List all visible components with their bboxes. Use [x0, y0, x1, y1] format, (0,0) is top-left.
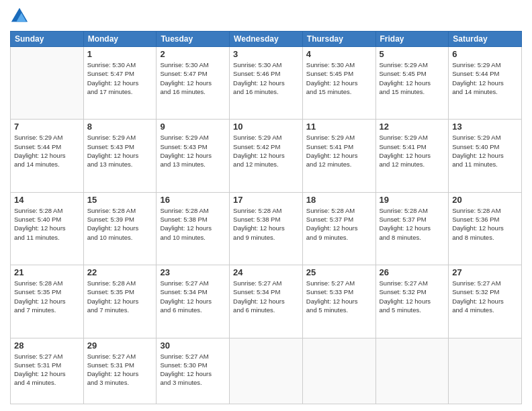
day-info: Sunrise: 5:29 AM Sunset: 5:44 PM Dayligh…: [452, 60, 518, 96]
calendar-week: 21Sunrise: 5:28 AM Sunset: 5:35 PM Dayli…: [11, 265, 522, 338]
day-number: 4: [306, 49, 372, 59]
day-info: Sunrise: 5:27 AM Sunset: 5:31 PM Dayligh…: [14, 352, 80, 387]
calendar-cell: 19Sunrise: 5:28 AM Sunset: 5:37 PM Dayli…: [375, 192, 449, 265]
header: [10, 7, 522, 26]
day-info: Sunrise: 5:28 AM Sunset: 5:37 PM Dayligh…: [380, 206, 445, 242]
calendar: SundayMondayTuesdayWednesdayThursdayFrid…: [10, 31, 522, 404]
calendar-cell: 5Sunrise: 5:29 AM Sunset: 5:45 PM Daylig…: [375, 47, 449, 120]
calendar-cell: 15Sunrise: 5:28 AM Sunset: 5:39 PM Dayli…: [83, 192, 157, 265]
calendar-cell: 17Sunrise: 5:28 AM Sunset: 5:38 PM Dayli…: [230, 192, 303, 265]
day-number: 25: [306, 267, 372, 277]
calendar-cell: 12Sunrise: 5:29 AM Sunset: 5:41 PM Dayli…: [375, 120, 449, 192]
calendar-cell: 7Sunrise: 5:29 AM Sunset: 5:44 PM Daylig…: [11, 120, 84, 192]
calendar-cell: 30Sunrise: 5:27 AM Sunset: 5:30 PM Dayli…: [157, 338, 230, 404]
calendar-cell: [11, 47, 84, 120]
day-info: Sunrise: 5:29 AM Sunset: 5:42 PM Dayligh…: [233, 133, 299, 169]
calendar-week: 1Sunrise: 5:30 AM Sunset: 5:47 PM Daylig…: [11, 47, 522, 120]
day-info: Sunrise: 5:29 AM Sunset: 5:43 PM Dayligh…: [160, 133, 226, 169]
day-number: 16: [160, 195, 226, 205]
day-info: Sunrise: 5:29 AM Sunset: 5:40 PM Dayligh…: [452, 133, 518, 169]
calendar-cell: 25Sunrise: 5:27 AM Sunset: 5:33 PM Dayli…: [302, 265, 375, 338]
calendar-cell: 9Sunrise: 5:29 AM Sunset: 5:43 PM Daylig…: [157, 120, 230, 192]
day-info: Sunrise: 5:30 AM Sunset: 5:45 PM Dayligh…: [306, 60, 372, 96]
day-info: Sunrise: 5:27 AM Sunset: 5:33 PM Dayligh…: [306, 279, 372, 314]
day-info: Sunrise: 5:28 AM Sunset: 5:38 PM Dayligh…: [160, 206, 226, 242]
calendar-cell: 8Sunrise: 5:29 AM Sunset: 5:43 PM Daylig…: [83, 120, 157, 192]
day-number: 20: [452, 195, 518, 205]
calendar-cell: 21Sunrise: 5:28 AM Sunset: 5:35 PM Dayli…: [11, 265, 84, 338]
day-info: Sunrise: 5:27 AM Sunset: 5:32 PM Dayligh…: [380, 279, 445, 314]
day-info: Sunrise: 5:27 AM Sunset: 5:31 PM Dayligh…: [87, 352, 153, 387]
calendar-cell: [302, 338, 375, 404]
day-number: 7: [14, 122, 80, 132]
day-number: 6: [452, 49, 518, 59]
day-number: 13: [452, 122, 518, 132]
calendar-cell: 6Sunrise: 5:29 AM Sunset: 5:44 PM Daylig…: [449, 47, 522, 120]
day-number: 14: [14, 195, 80, 205]
header-cell: Wednesday: [230, 32, 303, 47]
day-info: Sunrise: 5:28 AM Sunset: 5:36 PM Dayligh…: [452, 206, 518, 242]
header-cell: Friday: [375, 32, 449, 47]
day-number: 2: [160, 49, 226, 59]
calendar-cell: 14Sunrise: 5:28 AM Sunset: 5:40 PM Dayli…: [11, 192, 84, 265]
calendar-cell: 26Sunrise: 5:27 AM Sunset: 5:32 PM Dayli…: [375, 265, 449, 338]
calendar-cell: 4Sunrise: 5:30 AM Sunset: 5:45 PM Daylig…: [302, 47, 375, 120]
calendar-week: 28Sunrise: 5:27 AM Sunset: 5:31 PM Dayli…: [11, 338, 522, 404]
day-info: Sunrise: 5:29 AM Sunset: 5:41 PM Dayligh…: [380, 133, 445, 169]
day-number: 9: [160, 122, 226, 132]
calendar-cell: 27Sunrise: 5:27 AM Sunset: 5:32 PM Dayli…: [449, 265, 522, 338]
calendar-week: 14Sunrise: 5:28 AM Sunset: 5:40 PM Dayli…: [11, 192, 522, 265]
day-info: Sunrise: 5:27 AM Sunset: 5:30 PM Dayligh…: [160, 352, 226, 387]
header-cell: Tuesday: [157, 32, 230, 47]
calendar-cell: 11Sunrise: 5:29 AM Sunset: 5:41 PM Dayli…: [302, 120, 375, 192]
calendar-cell: 10Sunrise: 5:29 AM Sunset: 5:42 PM Dayli…: [230, 120, 303, 192]
day-info: Sunrise: 5:28 AM Sunset: 5:37 PM Dayligh…: [306, 206, 372, 242]
calendar-cell: 23Sunrise: 5:27 AM Sunset: 5:34 PM Dayli…: [157, 265, 230, 338]
calendar-cell: 28Sunrise: 5:27 AM Sunset: 5:31 PM Dayli…: [11, 338, 84, 404]
calendar-cell: 18Sunrise: 5:28 AM Sunset: 5:37 PM Dayli…: [302, 192, 375, 265]
day-info: Sunrise: 5:28 AM Sunset: 5:40 PM Dayligh…: [14, 206, 80, 242]
calendar-cell: 3Sunrise: 5:30 AM Sunset: 5:46 PM Daylig…: [230, 47, 303, 120]
calendar-cell: 2Sunrise: 5:30 AM Sunset: 5:47 PM Daylig…: [157, 47, 230, 120]
day-info: Sunrise: 5:29 AM Sunset: 5:43 PM Dayligh…: [87, 133, 153, 169]
day-number: 18: [306, 195, 372, 205]
logo: [10, 7, 32, 26]
calendar-cell: [230, 338, 303, 404]
day-info: Sunrise: 5:28 AM Sunset: 5:39 PM Dayligh…: [87, 206, 153, 242]
day-number: 15: [87, 195, 153, 205]
day-number: 3: [233, 49, 299, 59]
header-cell: Thursday: [302, 32, 375, 47]
calendar-cell: 1Sunrise: 5:30 AM Sunset: 5:47 PM Daylig…: [83, 47, 157, 120]
day-number: 21: [14, 267, 80, 277]
day-info: Sunrise: 5:30 AM Sunset: 5:47 PM Dayligh…: [87, 60, 153, 96]
calendar-cell: [449, 338, 522, 404]
calendar-cell: 29Sunrise: 5:27 AM Sunset: 5:31 PM Dayli…: [83, 338, 157, 404]
day-number: 10: [233, 122, 299, 132]
calendar-cell: 22Sunrise: 5:28 AM Sunset: 5:35 PM Dayli…: [83, 265, 157, 338]
day-info: Sunrise: 5:28 AM Sunset: 5:38 PM Dayligh…: [233, 206, 299, 242]
day-info: Sunrise: 5:28 AM Sunset: 5:35 PM Dayligh…: [87, 279, 153, 314]
calendar-cell: 24Sunrise: 5:27 AM Sunset: 5:34 PM Dayli…: [230, 265, 303, 338]
day-number: 17: [233, 195, 299, 205]
day-info: Sunrise: 5:27 AM Sunset: 5:32 PM Dayligh…: [452, 279, 518, 314]
logo-icon: [10, 7, 29, 26]
day-number: 28: [14, 340, 80, 351]
day-number: 30: [160, 340, 226, 351]
header-row: SundayMondayTuesdayWednesdayThursdayFrid…: [11, 32, 522, 47]
day-info: Sunrise: 5:29 AM Sunset: 5:41 PM Dayligh…: [306, 133, 372, 169]
day-number: 11: [306, 122, 372, 132]
header-cell: Saturday: [449, 32, 522, 47]
header-cell: Sunday: [11, 32, 84, 47]
day-number: 5: [380, 49, 445, 59]
day-number: 12: [380, 122, 445, 132]
day-info: Sunrise: 5:29 AM Sunset: 5:44 PM Dayligh…: [14, 133, 80, 169]
day-info: Sunrise: 5:30 AM Sunset: 5:46 PM Dayligh…: [233, 60, 299, 96]
day-number: 8: [87, 122, 153, 132]
calendar-cell: 20Sunrise: 5:28 AM Sunset: 5:36 PM Dayli…: [449, 192, 522, 265]
day-number: 23: [160, 267, 226, 277]
day-number: 29: [87, 340, 153, 351]
day-info: Sunrise: 5:27 AM Sunset: 5:34 PM Dayligh…: [233, 279, 299, 314]
day-number: 24: [233, 267, 299, 277]
day-number: 19: [380, 195, 445, 205]
day-info: Sunrise: 5:28 AM Sunset: 5:35 PM Dayligh…: [14, 279, 80, 314]
